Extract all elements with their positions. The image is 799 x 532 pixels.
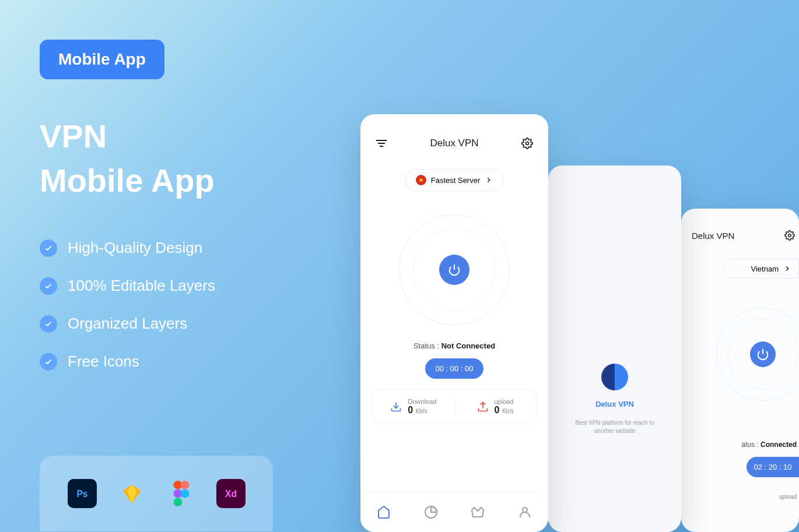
status-value: Connected — [761, 441, 797, 449]
check-icon — [40, 315, 57, 333]
app-header: Delux VPN — [681, 209, 799, 248]
svg-point-14 — [525, 142, 528, 145]
server-label: Fastest Server — [431, 176, 481, 185]
feature-label: High-Quality Design — [68, 239, 202, 257]
feature-item: Free Icons — [40, 353, 215, 371]
svg-marker-15 — [419, 178, 423, 182]
nav-stats[interactable] — [424, 505, 438, 519]
figma-icon — [167, 479, 196, 508]
chevron-right-icon — [783, 265, 791, 273]
feature-item: High-Quality Design — [40, 239, 215, 257]
feature-list: High-Quality Design 100% Editable Layers… — [40, 239, 215, 390]
sketch-icon — [117, 479, 146, 508]
nav-premium[interactable] — [471, 505, 485, 519]
feature-label: Free Icons — [68, 353, 139, 371]
svg-point-5 — [180, 481, 189, 489]
download-value: 0 — [408, 405, 413, 415]
connection-timer: 00 : 00 : 00 — [425, 358, 483, 379]
status-text: atus : Connected — [681, 441, 799, 449]
power-button[interactable] — [439, 255, 469, 285]
upload-label: upload — [681, 494, 799, 500]
download-stat: Download 0 Kb/s — [373, 398, 455, 415]
category-badge: Mobile App — [40, 40, 164, 79]
power-ring — [399, 214, 510, 325]
menu-icon[interactable] — [376, 138, 387, 149]
server-selector[interactable]: Fastest Server — [405, 169, 503, 191]
nav-profile[interactable] — [518, 505, 532, 519]
upload-unit: Kb/s — [502, 408, 514, 414]
splash-tagline: Best VPN platform for reach to another w… — [548, 419, 681, 435]
status-prefix: atus : — [741, 441, 761, 449]
svg-point-21 — [789, 234, 791, 237]
status-text: Status : Not Connected — [360, 341, 548, 350]
settings-icon[interactable] — [784, 230, 796, 241]
app-header: Delux VPN — [360, 114, 548, 158]
app-title: Delux VPN — [430, 138, 478, 149]
app-logo — [601, 364, 628, 390]
server-label: Vietnam — [751, 265, 779, 273]
page-title: VPN Mobile App — [40, 114, 215, 202]
feature-item: 100% Editable Layers — [40, 277, 215, 295]
check-icon — [40, 353, 57, 371]
check-icon — [40, 239, 57, 257]
phone-screen-main: Delux VPN Fastest Server Status : Not Co… — [360, 114, 548, 532]
status-value: Not Connected — [441, 341, 495, 350]
connection-timer: 02 : 20 : 10 — [747, 457, 799, 477]
nav-home[interactable] — [377, 505, 391, 519]
server-selector[interactable]: Vietnam — [723, 259, 799, 279]
svg-point-8 — [173, 498, 182, 506]
settings-icon[interactable] — [521, 138, 533, 149]
download-icon — [390, 401, 402, 413]
phone-screen-connected: Delux VPN Vietnam atus : Connected 02 : … — [681, 209, 799, 532]
phone-screen-splash: Delux VPN Best VPN platform for reach to… — [548, 165, 681, 532]
flag-icon — [416, 175, 426, 185]
upload-label: upload — [495, 398, 514, 405]
svg-text:Ps: Ps — [76, 489, 87, 499]
power-ring — [716, 308, 799, 401]
upload-icon — [477, 401, 489, 413]
tool-icons-panel: Ps Xd — [40, 456, 273, 531]
svg-text:Xd: Xd — [225, 489, 237, 499]
chevron-right-icon — [485, 176, 493, 184]
app-title: Delux VPN — [692, 231, 734, 241]
download-unit: Kb/s — [416, 408, 427, 414]
bottom-nav — [360, 491, 548, 532]
svg-point-7 — [180, 489, 189, 498]
feature-label: Organized Layers — [68, 315, 187, 333]
upload-stat: upload 0 Kb/s — [455, 398, 537, 415]
feature-item: Organized Layers — [40, 315, 215, 333]
check-icon — [40, 277, 57, 295]
status-prefix: Status : — [413, 341, 441, 350]
xd-icon: Xd — [216, 479, 246, 508]
title-line-1: VPN — [40, 114, 215, 158]
power-button[interactable] — [750, 341, 776, 367]
feature-label: 100% Editable Layers — [68, 277, 215, 295]
photoshop-icon: Ps — [68, 479, 97, 508]
upload-value: 0 — [495, 405, 500, 415]
stats-panel: Download 0 Kb/s upload 0 Kb/s — [372, 389, 537, 424]
download-label: Download — [408, 398, 436, 405]
svg-point-20 — [523, 508, 527, 512]
splash-app-title: Delux VPN — [548, 400, 681, 408]
title-line-2: Mobile App — [40, 158, 215, 203]
